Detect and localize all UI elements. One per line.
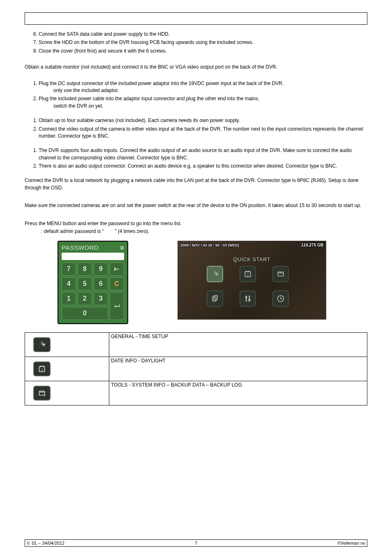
key-clear[interactable]: C bbox=[110, 277, 124, 290]
footer-version: V. 01 – 24/04/2012 bbox=[27, 541, 140, 546]
sub-note: only use the included adaptor. bbox=[39, 88, 119, 93]
key-6[interactable]: 6 bbox=[94, 277, 108, 290]
header-box bbox=[25, 12, 367, 25]
key-backspace[interactable] bbox=[110, 263, 124, 276]
svg-rect-6 bbox=[279, 273, 283, 274]
menu-desc: GENERAL - TIME SETUP bbox=[109, 333, 367, 357]
monitor-paragraph: Obtain a suitable monitor (not included)… bbox=[25, 64, 367, 71]
key-enter[interactable] bbox=[110, 292, 124, 320]
menu-desc: TOOLS - SYSTEM INFO – BACKUP DATA – BACK… bbox=[109, 381, 367, 405]
list-item: Obtain up to four suitable cameras (not … bbox=[39, 117, 367, 124]
quick-start-menu-table: GENERAL - TIME SETUP 1 DATE INFO - DAYLI… bbox=[25, 332, 367, 405]
qs-date-icon[interactable]: 1 bbox=[240, 266, 256, 282]
list-item: Screw the HDD on the bottom of the DVR h… bbox=[39, 39, 367, 46]
svg-rect-16 bbox=[43, 366, 44, 367]
list-item: Plug the included power cable into the a… bbox=[39, 95, 367, 110]
key-9[interactable]: 9 bbox=[94, 263, 108, 276]
calendar-icon: 1 bbox=[33, 362, 51, 376]
list-item: Connect the video output of the camera t… bbox=[39, 126, 367, 140]
osd-storage-size: 116.275 GB bbox=[301, 243, 323, 247]
footer-page-number: 7 bbox=[140, 541, 253, 546]
qs-settings-icon[interactable] bbox=[240, 290, 256, 307]
page-footer: V. 01 – 24/04/2012 7 ©Velleman nv bbox=[25, 539, 367, 547]
tools-icon bbox=[33, 386, 51, 401]
menu-intro: Press the MENU button and enter the pass… bbox=[25, 220, 367, 227]
key-3[interactable]: 3 bbox=[94, 292, 108, 305]
table-row: TOOLS - SYSTEM INFO – BACKUP DATA – BACK… bbox=[25, 381, 367, 405]
menu-note: : default admin password is “ ” (4 times… bbox=[25, 228, 367, 235]
quick-start-screenshot: 2009 / NOV / 04 18 : 50 : 03 (WED) 116.2… bbox=[178, 241, 326, 320]
svg-rect-5 bbox=[278, 272, 283, 276]
svg-point-12 bbox=[248, 299, 250, 301]
svg-rect-19 bbox=[40, 392, 44, 393]
svg-text:1: 1 bbox=[247, 273, 249, 277]
key-1[interactable]: 1 bbox=[62, 292, 76, 305]
password-title: PASSWORD bbox=[62, 244, 99, 251]
power-steps-list: Plug the DC output connector of the incl… bbox=[25, 80, 367, 110]
key-5[interactable]: 5 bbox=[78, 277, 92, 290]
audio-steps-list: The DVR supports four audio inputs. Conn… bbox=[25, 147, 367, 170]
list-item: The DVR supports four audio inputs. Conn… bbox=[39, 147, 367, 161]
svg-rect-8 bbox=[214, 296, 217, 300]
key-7[interactable]: 7 bbox=[62, 263, 76, 276]
close-icon[interactable]: ⊠ bbox=[120, 245, 125, 251]
key-2[interactable]: 2 bbox=[78, 292, 92, 305]
key-0[interactable]: 0 bbox=[62, 307, 108, 320]
svg-rect-0 bbox=[114, 267, 115, 271]
key-4[interactable]: 4 bbox=[62, 277, 76, 290]
qs-clock-icon[interactable] bbox=[272, 290, 289, 307]
svg-point-11 bbox=[245, 297, 247, 299]
list-item: Close the cover (front first) and secure… bbox=[39, 48, 367, 55]
password-display bbox=[62, 253, 124, 260]
key-8[interactable]: 8 bbox=[78, 263, 92, 276]
osd-datetime: 2009 / NOV / 04 18 : 50 : 03 (WED) bbox=[180, 243, 239, 247]
camera-steps-list: Obtain up to four suitable cameras (not … bbox=[25, 117, 367, 140]
list-item: Connect the SATA data cable and power su… bbox=[39, 31, 367, 38]
svg-text:1: 1 bbox=[41, 368, 43, 372]
quick-start-title: QUICK START bbox=[178, 257, 326, 263]
network-paragraph: Connect the DVR to a local network by pl… bbox=[25, 177, 367, 191]
table-row: 1 DATE INFO - DAYLIGHT bbox=[25, 357, 367, 381]
svg-rect-3 bbox=[249, 271, 250, 272]
menu-desc: DATE INFO - DAYLIGHT bbox=[109, 357, 367, 381]
svg-rect-2 bbox=[246, 271, 247, 272]
svg-rect-18 bbox=[39, 391, 44, 395]
svg-rect-7 bbox=[212, 297, 216, 301]
power-on-paragraph: Make sure the connected cameras are on a… bbox=[25, 202, 367, 209]
svg-rect-15 bbox=[40, 366, 41, 367]
list-item: Plug the DC output connector of the incl… bbox=[39, 80, 367, 94]
list-item: There is also an audio output connector.… bbox=[39, 163, 367, 170]
sub-note: switch the DVR on yet. bbox=[39, 103, 103, 109]
password-keypad: PASSWORD ⊠ 7 8 9 4 5 6 C 1 2 3 bbox=[58, 241, 128, 324]
qs-general-icon[interactable] bbox=[207, 266, 223, 282]
qs-copy-icon[interactable] bbox=[207, 290, 223, 307]
footer-copyright: ©Velleman nv bbox=[252, 541, 365, 546]
general-icon bbox=[33, 337, 51, 352]
hdd-steps-list: Connect the SATA data cable and power su… bbox=[25, 31, 367, 55]
table-row: GENERAL - TIME SETUP bbox=[25, 333, 367, 357]
qs-tools-icon[interactable] bbox=[272, 266, 289, 282]
